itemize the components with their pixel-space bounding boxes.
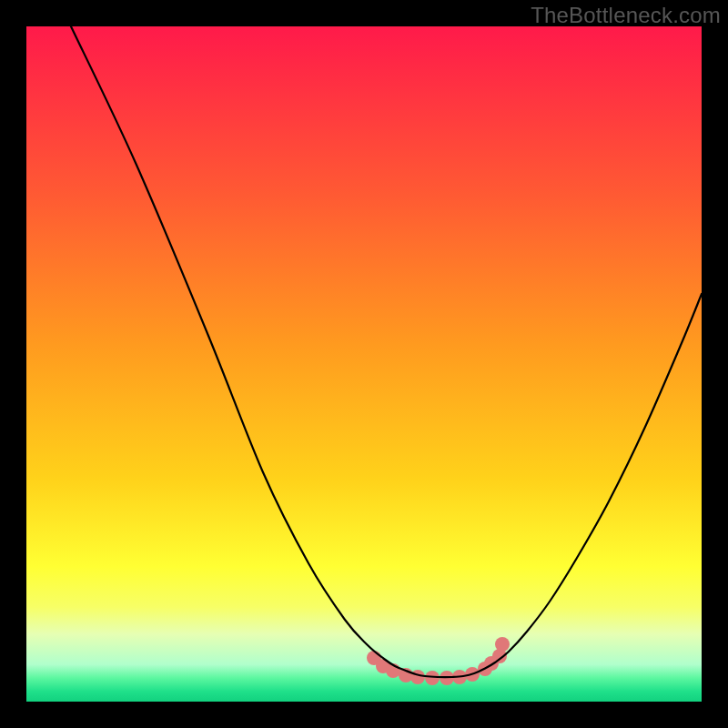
marker-dot xyxy=(410,670,425,684)
watermark-text: TheBottleneck.com xyxy=(531,3,721,28)
outer-frame: TheBottleneck.com xyxy=(0,0,728,728)
chart-plot-area xyxy=(26,26,702,702)
marker-dot xyxy=(495,637,510,652)
chart-svg xyxy=(26,26,702,702)
gradient-background xyxy=(26,26,702,702)
